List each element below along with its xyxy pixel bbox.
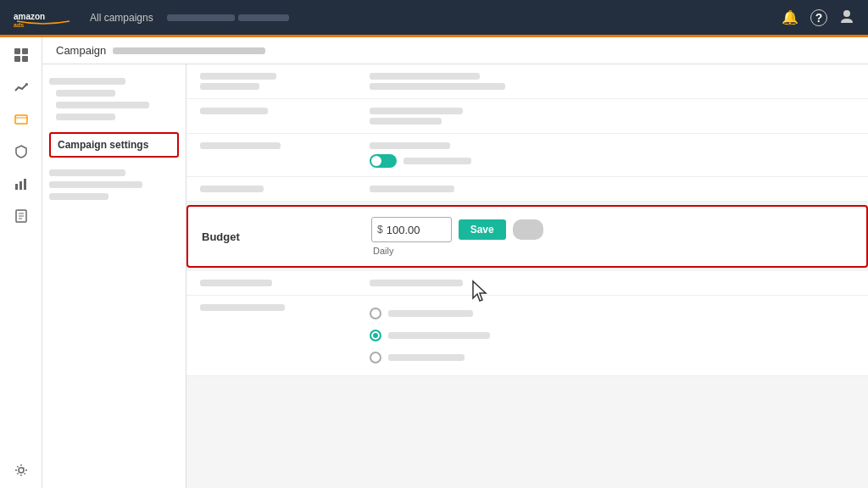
row4-value	[370, 186, 854, 192]
svg-text:amazon: amazon	[14, 12, 45, 21]
help-icon[interactable]: ?	[810, 9, 827, 26]
row2-value	[370, 108, 854, 125]
budget-section: Budget $ Save Daily	[186, 202, 868, 271]
svg-rect-10	[19, 181, 22, 190]
radio-row-2	[370, 326, 854, 345]
r4v1	[370, 186, 454, 192]
toggle-knob	[371, 156, 381, 166]
r2v2	[370, 118, 442, 125]
content-body: Campaign settings	[42, 64, 868, 488]
left-nav: Campaign settings	[42, 64, 186, 488]
sidebar-icon-grid[interactable]	[12, 46, 31, 64]
campaign-header: Campaign	[42, 37, 868, 64]
sidebar	[0, 37, 42, 488]
row6-value	[370, 304, 854, 367]
svg-text:ads: ads	[14, 22, 24, 28]
row3-toggle-wrap	[370, 154, 854, 168]
budget-input-wrap: $	[371, 217, 452, 242]
settings-row-2	[186, 99, 868, 134]
svg-rect-6	[22, 56, 28, 62]
skeleton-5	[49, 169, 125, 176]
r6l1	[200, 304, 285, 311]
budget-input-row: $ Save	[371, 217, 543, 242]
skeleton-4	[56, 114, 115, 120]
r3v1	[370, 142, 450, 149]
radio-row-1	[370, 304, 854, 323]
radio-row-3	[370, 348, 854, 367]
radio-1[interactable]	[370, 308, 381, 319]
r2v1	[370, 108, 463, 114]
nav-icons: 🔔 ?	[782, 8, 854, 27]
left-nav-campaign-settings[interactable]: Campaign settings	[49, 132, 179, 158]
r1l2	[200, 83, 259, 90]
cancel-button[interactable]	[513, 219, 543, 240]
settings-row-6	[186, 296, 868, 376]
skeleton-6	[49, 181, 142, 188]
svg-rect-11	[24, 179, 26, 190]
r2l1	[200, 108, 268, 114]
breadcrumb-bar	[167, 14, 768, 21]
row3-value	[370, 142, 854, 168]
budget-label: Budget	[202, 230, 371, 243]
sidebar-icon-chart[interactable]	[12, 78, 31, 97]
sidebar-icon-bar-chart[interactable]	[12, 175, 31, 193]
sidebar-icon-book[interactable]	[12, 207, 31, 225]
svg-rect-3	[14, 48, 20, 54]
row6-label	[200, 304, 370, 311]
settings-row-4	[186, 177, 868, 202]
radio-2[interactable]	[370, 330, 381, 341]
radio-3[interactable]	[370, 352, 381, 363]
left-nav-skeletons-2	[49, 166, 179, 203]
radio-1-label	[388, 310, 473, 317]
budget-controls: $ Save Daily	[371, 217, 543, 256]
campaign-header-bar	[113, 47, 265, 54]
content-area: Campaign Campaign settings	[42, 37, 868, 488]
svg-rect-7	[15, 115, 27, 124]
row5-value	[370, 280, 854, 286]
sidebar-icon-settings[interactable]	[12, 461, 31, 480]
skeleton-3	[56, 102, 149, 108]
r5v1	[370, 280, 463, 286]
r1l1	[200, 73, 276, 80]
svg-rect-4	[22, 48, 28, 54]
svg-rect-5	[14, 56, 20, 62]
toggle-switch[interactable]	[370, 154, 397, 168]
skeleton-1	[49, 78, 125, 85]
r1v2	[370, 83, 505, 90]
radio-2-label	[388, 332, 490, 339]
row4-label	[200, 186, 370, 192]
all-campaigns-label[interactable]: All campaigns	[90, 12, 153, 24]
settings-table-2	[186, 271, 868, 376]
row5-label	[200, 280, 370, 286]
budget-input[interactable]	[387, 224, 446, 236]
svg-rect-9	[15, 184, 18, 190]
breadcrumb-pill1	[167, 14, 235, 21]
breadcrumb-pill2	[238, 14, 289, 21]
left-nav-skeletons	[49, 75, 179, 124]
save-button[interactable]: Save	[459, 219, 506, 240]
row3-label	[200, 142, 370, 149]
sidebar-icon-campaigns[interactable]	[12, 110, 31, 129]
daily-label: Daily	[373, 246, 543, 256]
sidebar-icon-shield[interactable]	[12, 142, 31, 161]
radio-3-label	[388, 354, 465, 361]
settings-row-1	[186, 64, 868, 99]
bell-icon[interactable]: 🔔	[782, 9, 798, 25]
main-layout: Campaign Campaign settings	[0, 37, 868, 488]
r5l1	[200, 280, 272, 286]
row2-label	[200, 108, 370, 114]
settings-row-5	[186, 271, 868, 296]
row1-value	[370, 73, 854, 90]
main-panel: Budget $ Save Daily	[186, 64, 868, 488]
svg-point-2	[843, 10, 850, 17]
r4l1	[200, 186, 264, 192]
settings-row-3	[186, 134, 868, 177]
skeleton-2	[56, 90, 115, 97]
skeleton-7	[49, 193, 108, 200]
r3v2	[403, 158, 471, 164]
row1-label	[200, 73, 370, 90]
user-icon[interactable]	[839, 8, 854, 27]
amazon-ads-logo: amazon ads	[14, 8, 73, 28]
campaign-header-label: Campaign	[56, 44, 106, 57]
top-navigation: amazon ads All campaigns 🔔 ?	[0, 0, 868, 37]
